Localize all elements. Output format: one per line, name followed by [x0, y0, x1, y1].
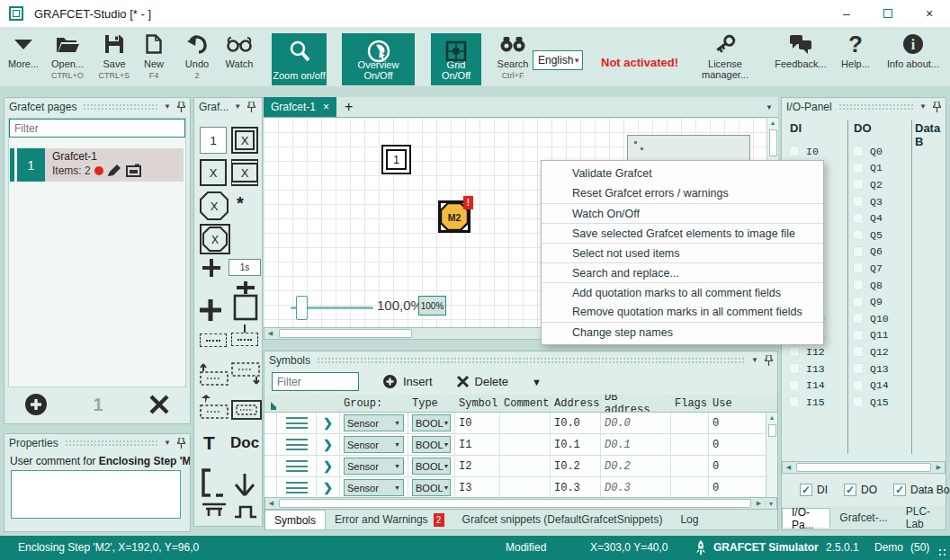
symbol-table-row[interactable]: ❯ Sensor▼ BOOL▼ I1 I0.1 D0.1 0 — [264, 434, 777, 456]
symbols-filter-input[interactable] — [272, 372, 359, 391]
scrollbar-thumb[interactable] — [279, 329, 412, 338]
symbol-table-row[interactable]: ❯ Sensor▼ BOOL▼ I0 I0.0 D0.0 0 — [264, 413, 777, 434]
column-header-db-address[interactable]: DB address — [601, 395, 671, 412]
address-cell[interactable]: I0.2 — [551, 456, 601, 476]
symbol-cell[interactable]: I1 — [455, 434, 500, 455]
palette-enclosing-step-tool[interactable]: X — [200, 191, 229, 220]
group-dropdown[interactable]: Sensor▼ — [344, 436, 404, 453]
palette-step-transition-tool[interactable] — [232, 281, 259, 324]
maximize-button[interactable] — [867, 0, 909, 27]
symbol-cell[interactable]: I2 — [455, 456, 500, 476]
info-about-button[interactable]: i Info about... — [883, 31, 943, 69]
type-dropdown[interactable]: BOOL▼ — [412, 479, 451, 496]
column-header-comment[interactable]: Comment — [500, 395, 551, 412]
symbols-more-caret-icon[interactable]: ▼ — [532, 377, 542, 387]
palette-pulse-tool[interactable] — [234, 504, 257, 519]
do-checkbox[interactable] — [853, 196, 864, 207]
column-header-flags[interactable]: Flags — [671, 395, 709, 412]
tab-grafcet-panel[interactable]: Grafcet-... — [830, 508, 896, 528]
group-dropdown[interactable]: Sensor▼ — [344, 414, 404, 431]
overview-toggle-button[interactable]: Overview On/Off — [342, 33, 415, 85]
grafcet-page-item[interactable]: 1 Grafcet-1 Items: 2 — [9, 148, 185, 182]
context-menu-item[interactable]: Remove quotation marks in all comment fi… — [542, 302, 823, 322]
palette-star-tool[interactable]: * — [237, 193, 244, 214]
context-menu-item[interactable]: Search and replace... — [542, 262, 823, 282]
zoom-slider-handle[interactable] — [296, 296, 308, 320]
palette-action-tool[interactable] — [200, 333, 227, 347]
address-cell[interactable]: I0.3 — [551, 477, 601, 497]
context-menu-item[interactable]: Add quotation marks to all comment field… — [542, 282, 823, 302]
do-checkbox[interactable] — [853, 313, 864, 324]
search-button[interactable]: Search Ctrl+F — [493, 31, 533, 80]
di-checkbox[interactable] — [789, 380, 800, 391]
palette-bracket-tool[interactable] — [202, 468, 225, 497]
do-checkbox[interactable] — [853, 363, 864, 374]
column-header-use[interactable]: Use — [709, 395, 777, 412]
zoom-toggle-button[interactable]: Zoom on/off — [272, 33, 327, 85]
panel-menu-caret-icon[interactable]: ▼ — [919, 102, 927, 111]
do-checkbox[interactable] — [853, 330, 864, 341]
do-checkbox[interactable] — [853, 246, 864, 257]
language-select[interactable]: English ▼ — [533, 50, 583, 70]
do-checkbox[interactable] — [853, 229, 864, 240]
help-button[interactable]: ? Help... — [835, 31, 876, 69]
group-dropdown[interactable]: Sensor▼ — [344, 458, 404, 475]
row-drag-handle-icon[interactable] — [286, 460, 308, 472]
row-chevron-icon[interactable]: ❯ — [323, 438, 333, 451]
address-cell[interactable]: I0.0 — [551, 413, 601, 433]
tab-log[interactable]: Log — [671, 510, 707, 529]
scroll-up-icon[interactable]: ▲ — [767, 118, 778, 129]
more-button[interactable]: More... — [5, 31, 41, 71]
scroll-down-icon[interactable]: ▼ — [765, 501, 776, 507]
context-menu-item[interactable]: Watch On/Off — [542, 203, 823, 223]
flags-cell[interactable] — [671, 456, 709, 476]
delete-symbol-button[interactable]: Delete — [456, 375, 509, 388]
symbol-cell[interactable]: I3 — [455, 477, 500, 497]
di-checkbox[interactable] — [789, 396, 800, 407]
flags-cell[interactable] — [671, 477, 709, 497]
panel-drag-dots[interactable] — [83, 103, 157, 111]
do-checkbox[interactable] — [853, 297, 864, 307]
table-horizontal-scrollbar[interactable]: ◀ ▶ ▼ — [264, 497, 777, 510]
address-cell[interactable]: I0.1 — [551, 434, 601, 455]
db-address-cell[interactable]: D0.0 — [601, 413, 671, 433]
zoom-reset-button[interactable]: 100% — [418, 296, 446, 316]
context-menu-item[interactable]: Validate Grafcet — [542, 164, 823, 183]
initial-step-1[interactable]: 1 — [381, 145, 411, 174]
db-address-cell[interactable]: D0.2 — [601, 456, 671, 476]
comment-cell[interactable] — [500, 477, 551, 497]
do-checkbox[interactable] — [853, 179, 864, 190]
palette-initial-step-tool[interactable]: X — [231, 127, 258, 154]
scrollbar-thumb[interactable] — [769, 129, 777, 156]
panel-drag-dots[interactable] — [838, 103, 913, 111]
scroll-right-icon[interactable]: ▶ — [753, 500, 765, 507]
pages-filter-input[interactable] — [9, 119, 185, 138]
row-drag-handle-icon[interactable] — [286, 439, 308, 450]
flags-cell[interactable] — [671, 413, 709, 433]
type-dropdown[interactable]: BOOL▼ — [412, 458, 451, 475]
column-header-symbol[interactable]: Symbol — [455, 395, 500, 412]
panel-drag-dots[interactable] — [317, 357, 745, 364]
minimize-button[interactable]: – — [826, 0, 867, 27]
palette-macro-step-tool[interactable]: X — [231, 159, 258, 186]
scrollbar-thumb[interactable] — [768, 424, 776, 437]
context-menu-item[interactable]: Select not used items — [542, 243, 823, 262]
pin-icon[interactable] — [177, 102, 185, 112]
palette-transition-tool[interactable] — [202, 258, 221, 278]
palette-ground-tool[interactable] — [202, 501, 227, 519]
edit-pencil-icon[interactable] — [107, 164, 122, 177]
symbol-cell[interactable]: I0 — [455, 413, 500, 433]
palette-action-up-tool[interactable] — [200, 360, 230, 389]
simulator-mode-label[interactable]: GRAFCET Simulator — [713, 541, 819, 554]
comment-cell[interactable] — [500, 456, 551, 476]
user-comment-textarea[interactable] — [11, 470, 181, 519]
panel-menu-caret-icon[interactable]: ▼ — [164, 439, 171, 447]
do-checkbox[interactable] — [853, 396, 864, 407]
symbol-table-row[interactable]: ❯ Sensor▼ BOOL▼ I2 I0.2 D0.2 0 — [264, 456, 777, 477]
row-drag-handle-icon[interactable] — [286, 417, 308, 429]
palette-doc-tool[interactable]: Doc — [230, 434, 259, 452]
palette-step-tool[interactable]: 1 — [200, 127, 227, 154]
do-checkbox[interactable] — [853, 213, 864, 224]
context-menu-item[interactable]: Change step names — [542, 322, 823, 342]
palette-action-back-tool[interactable] — [200, 395, 230, 422]
